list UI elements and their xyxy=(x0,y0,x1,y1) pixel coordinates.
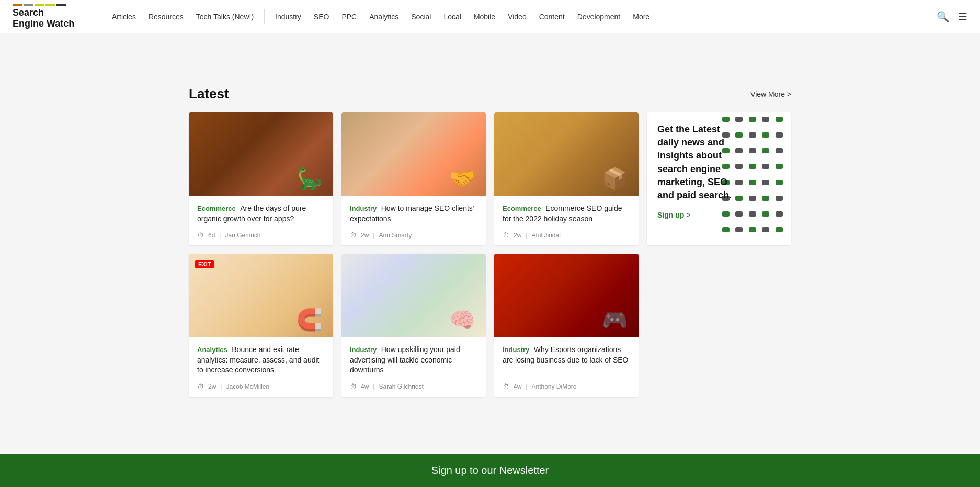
nav-analytics[interactable]: Analytics xyxy=(364,8,404,25)
logo-bar-3 xyxy=(35,4,44,6)
logo-text: Search Engine Watch xyxy=(13,7,86,29)
article-meta-3: ⏱ 2w | Atul Jindal xyxy=(503,224,630,239)
pattern-dot xyxy=(762,196,769,201)
logo[interactable]: Search Engine Watch xyxy=(13,4,86,29)
article-category-6: Industry xyxy=(350,346,377,354)
article-body-5: Analytics Bounce and exit rate analytics… xyxy=(189,337,333,397)
logo-bar-1 xyxy=(13,4,22,6)
article-author-1: Jan Gemrich xyxy=(225,232,260,239)
site-header: Search Engine Watch Articles Resources T… xyxy=(0,0,980,33)
nav-development[interactable]: Development xyxy=(572,8,626,25)
header-icons: 🔍 ☰ xyxy=(937,10,967,23)
article-meta-6: ⏱ 4w | Sarah Gilchriest xyxy=(350,376,477,391)
article-card-5[interactable]: EXIT Analytics Bounce and exit rate anal… xyxy=(189,254,333,397)
article-body-6: Industry How upskilling your paid advert… xyxy=(341,337,486,397)
pattern-dot xyxy=(749,132,756,138)
newsletter-signup-link[interactable]: Sign up > xyxy=(657,211,690,219)
article-meta-1: ⏱ 6d | Jan Gemrich xyxy=(197,224,325,239)
exit-badge: EXIT xyxy=(195,260,214,268)
pattern-dot xyxy=(762,148,769,153)
article-author-6: Sarah Gilchriest xyxy=(379,383,423,390)
pattern-dot xyxy=(749,148,756,153)
article-image-2 xyxy=(341,112,486,196)
article-age-3: 2w xyxy=(514,232,521,239)
article-category-3: Ecommerce xyxy=(503,205,541,212)
article-meta-7: ⏱ 4w | Anthony DiMoro xyxy=(503,376,630,391)
nav-content[interactable]: Content xyxy=(534,8,570,25)
nav-social[interactable]: Social xyxy=(406,8,436,25)
pattern-dot xyxy=(776,211,783,217)
pattern-dot xyxy=(735,227,743,232)
pattern-dot xyxy=(776,148,783,153)
clock-icon-5: ⏱ xyxy=(197,383,204,391)
hamburger-icon: ☰ xyxy=(958,10,967,23)
nav-tech-talks[interactable]: Tech Talks (New!) xyxy=(191,8,259,25)
logo-bar-5 xyxy=(56,4,66,6)
pattern-dot xyxy=(762,117,769,122)
article-meta-5: ⏱ 2w | Jacob McMillen xyxy=(197,376,325,391)
nav-secondary: Industry SEO PPC Analytics Social Local … xyxy=(270,8,655,25)
nav-articles[interactable]: Articles xyxy=(107,8,141,25)
nav-ppc[interactable]: PPC xyxy=(336,8,362,25)
pattern-dot xyxy=(776,196,783,201)
menu-button[interactable]: ☰ xyxy=(958,10,967,23)
article-body-7: Industry Why Esports organizations are l… xyxy=(494,337,639,397)
article-age-5: 2w xyxy=(208,383,216,390)
newsletter-text: Get the Latest daily news and insights a… xyxy=(657,123,737,202)
article-body-3: Ecommerce Ecommerce SEO guide for the 20… xyxy=(494,196,639,245)
nav-mobile[interactable]: Mobile xyxy=(469,8,500,25)
article-author-3: Atul Jindal xyxy=(531,232,560,239)
clock-icon-6: ⏱ xyxy=(350,383,357,391)
latest-title: Latest xyxy=(189,86,229,102)
pattern-dot xyxy=(749,227,756,232)
nav-seo[interactable]: SEO xyxy=(309,8,335,25)
nav-resources[interactable]: Resources xyxy=(143,8,189,25)
clock-icon-3: ⏱ xyxy=(503,231,509,239)
article-card-3[interactable]: Ecommerce Ecommerce SEO guide for the 20… xyxy=(494,112,639,245)
article-author-2: Ann Smarty xyxy=(379,232,412,239)
article-age-2: 2w xyxy=(361,232,369,239)
pattern-dot xyxy=(776,117,783,122)
view-more-link[interactable]: View More > xyxy=(750,90,791,98)
article-age-6: 4w xyxy=(361,383,369,390)
article-image-6 xyxy=(341,254,486,337)
article-headline-5: Analytics Bounce and exit rate analytics… xyxy=(197,345,325,376)
article-image-3 xyxy=(494,112,639,196)
nav-main: Articles Resources Tech Talks (New!) xyxy=(107,8,259,25)
pattern-dot xyxy=(722,117,730,122)
meta-sep-6: | xyxy=(373,383,374,390)
nav-video[interactable]: Video xyxy=(503,8,532,25)
article-card-6[interactable]: Industry How upskilling your paid advert… xyxy=(341,254,486,397)
article-category-2: Industry xyxy=(350,205,377,212)
article-category-5: Analytics xyxy=(197,346,227,354)
article-card-1[interactable]: Ecommerce Are the days of pure organic g… xyxy=(189,112,333,245)
article-headline-2: Industry How to manage SEO clients' expe… xyxy=(350,203,477,224)
article-card-2[interactable]: Industry How to manage SEO clients' expe… xyxy=(341,112,486,245)
section-header: Latest View More > xyxy=(189,86,791,102)
article-headline-6: Industry How upskilling your paid advert… xyxy=(350,345,477,376)
nav-local[interactable]: Local xyxy=(438,8,466,25)
article-author-5: Jacob McMillen xyxy=(226,383,269,390)
nav-industry[interactable]: Industry xyxy=(270,8,306,25)
pattern-dot xyxy=(776,164,783,169)
article-body-2: Industry How to manage SEO clients' expe… xyxy=(341,196,486,245)
search-button[interactable]: 🔍 xyxy=(937,10,950,23)
pattern-dot xyxy=(762,211,769,217)
article-headline-7: Industry Why Esports organizations are l… xyxy=(503,345,630,365)
meta-sep-7: | xyxy=(526,383,527,390)
pattern-dot xyxy=(749,196,756,201)
pattern-dot xyxy=(749,117,756,122)
pattern-dot xyxy=(776,180,783,185)
article-category-1: Ecommerce xyxy=(197,205,236,212)
meta-sep-5: | xyxy=(220,383,222,390)
article-category-7: Industry xyxy=(503,346,529,354)
nav-more[interactable]: More xyxy=(628,8,655,25)
article-card-7[interactable]: Industry Why Esports organizations are l… xyxy=(494,254,639,397)
pattern-dot xyxy=(762,227,769,232)
article-body-1: Ecommerce Are the days of pure organic g… xyxy=(189,196,333,245)
logo-bar-4 xyxy=(45,4,55,6)
article-age-7: 4w xyxy=(514,383,521,390)
article-headline-1: Ecommerce Are the days of pure organic g… xyxy=(197,203,325,224)
logo-bar-2 xyxy=(24,4,33,6)
article-author-7: Anthony DiMoro xyxy=(531,383,576,390)
